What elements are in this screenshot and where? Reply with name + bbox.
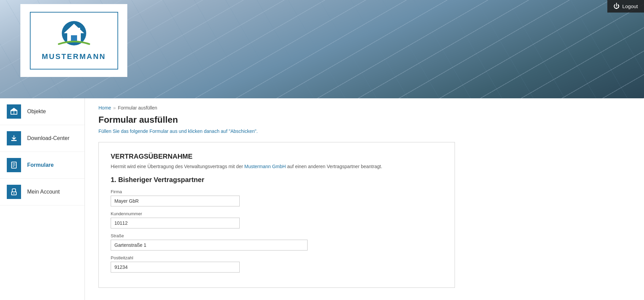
logo-inner: MUSTERMANN bbox=[30, 12, 118, 69]
logo-box: MUSTERMANN bbox=[20, 4, 127, 77]
main-layout: Objekte Download-Center bbox=[0, 98, 644, 300]
header: MUSTERMANN bbox=[0, 0, 644, 98]
sidebar-label-download: Download-Center bbox=[27, 135, 70, 141]
input-kundennummer[interactable] bbox=[111, 218, 240, 228]
sidebar-item-mein-account[interactable]: Mein Account bbox=[0, 179, 85, 205]
svg-rect-3 bbox=[77, 28, 80, 33]
form-card-title: VERTRAGSÜBERNAHME bbox=[111, 153, 443, 160]
svg-marker-7 bbox=[10, 108, 18, 111]
breadcrumb-current: Formular ausfüllen bbox=[118, 105, 157, 111]
form-desc-company: Mustermann GmbH bbox=[244, 164, 286, 169]
download-center-icon bbox=[7, 131, 21, 145]
content-area: Home » Formular ausfüllen Formular ausfü… bbox=[85, 98, 644, 300]
sidebar-label-formulare: Formulare bbox=[27, 162, 54, 168]
formulare-icon bbox=[7, 158, 21, 172]
input-postleitzahl[interactable] bbox=[111, 262, 240, 273]
form-desc-after: auf einen anderen Vertragspartner beantr… bbox=[286, 164, 382, 169]
sidebar-label-objekte: Objekte bbox=[27, 108, 46, 115]
form-desc-before: Hiermit wird eine Übertragung des Verwal… bbox=[111, 164, 244, 169]
svg-rect-8 bbox=[11, 140, 17, 141]
sidebar-item-objekte[interactable]: Objekte bbox=[0, 98, 85, 125]
sidebar: Objekte Download-Center bbox=[0, 98, 85, 300]
breadcrumb: Home » Formular ausfüllen bbox=[98, 105, 630, 111]
field-kundennummer: Kundennummer bbox=[111, 211, 443, 228]
label-firma: Firma bbox=[111, 189, 443, 194]
form-card: VERTRAGSÜBERNAHME Hiermit wird eine Über… bbox=[98, 142, 455, 288]
section1-title: 1. Bisheriger Vertragspartner bbox=[111, 176, 443, 184]
field-strasse: Straße bbox=[111, 233, 443, 251]
logo-graphic bbox=[52, 20, 96, 51]
field-postleitzahl: Postleitzahl bbox=[111, 255, 443, 273]
field-firma: Firma bbox=[111, 189, 443, 206]
sidebar-item-formulare[interactable]: Formulare bbox=[0, 152, 85, 179]
objekte-icon bbox=[7, 104, 21, 119]
logout-label: Logout bbox=[622, 3, 638, 9]
logo-text: MUSTERMANN bbox=[42, 52, 106, 61]
svg-rect-2 bbox=[71, 35, 77, 41]
label-strasse: Straße bbox=[111, 233, 443, 238]
svg-marker-11 bbox=[12, 138, 16, 140]
logout-button[interactable]: ⏻ Logout bbox=[607, 0, 644, 13]
page-subtitle: Füllen Sie das folgende Formular aus und… bbox=[98, 128, 630, 134]
breadcrumb-home[interactable]: Home bbox=[98, 105, 111, 111]
label-kundennummer: Kundennummer bbox=[111, 211, 443, 216]
power-icon: ⏻ bbox=[613, 3, 620, 10]
mein-account-icon bbox=[7, 185, 21, 199]
svg-rect-16 bbox=[12, 189, 16, 192]
input-firma[interactable] bbox=[111, 196, 240, 206]
input-strasse[interactable] bbox=[111, 240, 308, 251]
breadcrumb-separator: » bbox=[113, 105, 116, 111]
form-card-description: Hiermit wird eine Übertragung des Verwal… bbox=[111, 164, 443, 169]
sidebar-item-download-center[interactable]: Download-Center bbox=[0, 125, 85, 152]
label-postleitzahl: Postleitzahl bbox=[111, 255, 443, 260]
sidebar-label-mein-account: Mein Account bbox=[27, 189, 60, 195]
page-title: Formular ausfüllen bbox=[98, 115, 630, 125]
